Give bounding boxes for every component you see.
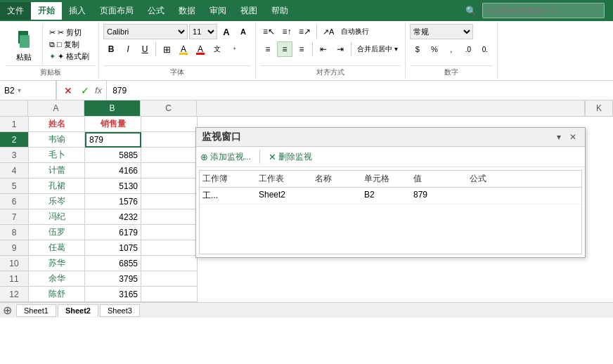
tab-review[interactable]: 审阅 [202, 2, 233, 20]
cell-b12[interactable]: 3165 [85, 287, 141, 302]
row-header-3[interactable]: 3 [0, 148, 28, 163]
cell-b4[interactable]: 4166 [85, 163, 141, 178]
comma-button[interactable]: , [444, 41, 459, 57]
cell-c9[interactable] [141, 240, 198, 256]
row-header-4[interactable]: 4 [0, 163, 28, 178]
add-watch-button[interactable]: ⊕ 添加监视... [200, 150, 251, 164]
font-name-select[interactable]: Calibri [103, 24, 188, 39]
watch-table-row[interactable]: 工... Sheet2 B2 879 [200, 188, 581, 204]
cell-a6[interactable]: 乐岑 [29, 194, 85, 209]
align-top-center-button[interactable]: ≡↑ [279, 24, 295, 39]
cell-b3[interactable]: 5885 [85, 148, 141, 163]
cell-c7[interactable] [141, 209, 198, 225]
cell-c8[interactable] [141, 225, 198, 240]
cell-b10[interactable]: 6855 [85, 256, 141, 271]
row-header-12[interactable]: 12 [0, 287, 28, 302]
cell-c11[interactable] [141, 271, 198, 287]
cell-c4[interactable] [141, 163, 198, 178]
cell-b5[interactable]: 5130 [85, 178, 141, 194]
sheet-tab-3[interactable]: Sheet3 [100, 304, 140, 317]
sheet-tab-2[interactable]: Sheet2 [58, 304, 98, 317]
wrap-text-button[interactable]: 自动换行 [338, 24, 372, 39]
align-right-button[interactable]: ≡ [294, 41, 309, 57]
cell-b1[interactable]: 销售量 [85, 117, 141, 132]
paste-button[interactable]: 粘贴 [6, 24, 43, 65]
decimal-increase-button[interactable]: .0 [460, 41, 476, 57]
tab-formulas[interactable]: 公式 [141, 2, 172, 20]
row-header-10[interactable]: 10 [0, 256, 28, 271]
align-top-left-button[interactable]: ≡↖ [260, 24, 278, 39]
cell-a11[interactable]: 余华 [29, 271, 85, 287]
row-header-2[interactable]: 2 [0, 132, 28, 148]
cell-b9[interactable]: 1075 [85, 240, 141, 256]
col-header-a[interactable]: A [28, 100, 84, 116]
currency-button[interactable]: $ [410, 41, 425, 57]
number-format-select[interactable]: 常规 [410, 24, 473, 39]
font-extra2-button[interactable]: ⁺ [226, 41, 242, 57]
delete-watch-button[interactable]: ✕ 删除监视 [269, 150, 312, 164]
col-header-c[interactable]: C [141, 100, 197, 116]
watch-pin-button[interactable]: ▾ [553, 131, 565, 143]
font-color-button[interactable]: A [193, 41, 208, 57]
cell-c5[interactable] [141, 178, 198, 194]
cell-c6[interactable] [141, 194, 198, 209]
row-header-7[interactable]: 7 [0, 209, 28, 225]
cell-c10[interactable] [141, 256, 198, 271]
cell-b2[interactable]: 879 [85, 132, 141, 148]
cell-a9[interactable]: 任葛 [29, 240, 85, 256]
col-header-b[interactable]: B [84, 100, 141, 116]
cell-a10[interactable]: 苏华 [29, 256, 85, 271]
cell-a7[interactable]: 冯纪 [29, 209, 85, 225]
row-header-8[interactable]: 8 [0, 225, 28, 240]
bold-button[interactable]: B [103, 41, 119, 57]
cell-reference-box[interactable]: B2 ▾ [0, 81, 56, 100]
tab-page-layout[interactable]: 页面布局 [93, 2, 141, 20]
row-header-1[interactable]: 1 [0, 117, 28, 132]
tell-search-bar[interactable] [482, 3, 605, 18]
cell-a12[interactable]: 陈舒 [29, 287, 85, 302]
border-button[interactable]: ⊞ [159, 41, 174, 57]
tab-insert[interactable]: 插入 [62, 2, 93, 20]
percent-button[interactable]: % [427, 41, 442, 57]
cell-a4[interactable]: 计蕾 [29, 163, 85, 178]
cell-a2[interactable]: 韦谕 [29, 132, 85, 148]
sheet-tab-1[interactable]: Sheet1 [16, 304, 56, 317]
cell-c1[interactable] [141, 117, 198, 132]
watch-close-button[interactable]: ✕ [567, 131, 579, 143]
cell-a3[interactable]: 毛卜 [29, 148, 85, 163]
italic-button[interactable]: I [120, 41, 136, 57]
font-size-select[interactable]: 11 [189, 24, 217, 39]
font-shrink-button[interactable]: A [235, 24, 251, 39]
cell-b7[interactable]: 4232 [85, 209, 141, 225]
rotate-text-button[interactable]: ↗A [320, 24, 337, 39]
cell-c12[interactable] [141, 287, 198, 302]
new-sheet-button[interactable]: ⊕ [3, 304, 12, 317]
tell-search-input[interactable] [487, 6, 600, 15]
col-header-k[interactable]: K [585, 100, 613, 116]
row-header-5[interactable]: 5 [0, 178, 28, 194]
cell-b8[interactable]: 6179 [85, 225, 141, 240]
row-header-9[interactable]: 9 [0, 240, 28, 256]
tab-view[interactable]: 视图 [233, 2, 264, 20]
tab-home[interactable]: 开始 [31, 2, 62, 20]
cell-a5[interactable]: 孔裙 [29, 178, 85, 194]
underline-button[interactable]: U [137, 41, 153, 57]
copy-button[interactable]: ⧉ □ 复制 [47, 39, 91, 51]
cell-c2[interactable] [141, 132, 198, 148]
format-painter-button[interactable]: ✦ ✦ 格式刷 [47, 51, 91, 63]
align-center-button[interactable]: ≡ [277, 41, 292, 57]
indent-increase-button[interactable]: ⇥ [333, 41, 348, 57]
font-extra-button[interactable]: 文 [209, 41, 225, 57]
align-left-button[interactable]: ≡ [260, 41, 276, 57]
formula-input[interactable] [107, 81, 613, 100]
tab-help[interactable]: 帮助 [264, 2, 295, 20]
row-header-11[interactable]: 11 [0, 271, 28, 287]
formula-confirm-button[interactable]: ✓ [78, 84, 92, 98]
tab-data[interactable]: 数据 [172, 2, 202, 20]
fill-color-button[interactable]: A [176, 41, 191, 57]
formula-cancel-button[interactable]: ✕ [61, 84, 75, 98]
cut-button[interactable]: ✂ ✂ 剪切 [47, 27, 91, 39]
row-header-6[interactable]: 6 [0, 194, 28, 209]
cell-c3[interactable] [141, 148, 198, 163]
cell-b6[interactable]: 1576 [85, 194, 141, 209]
